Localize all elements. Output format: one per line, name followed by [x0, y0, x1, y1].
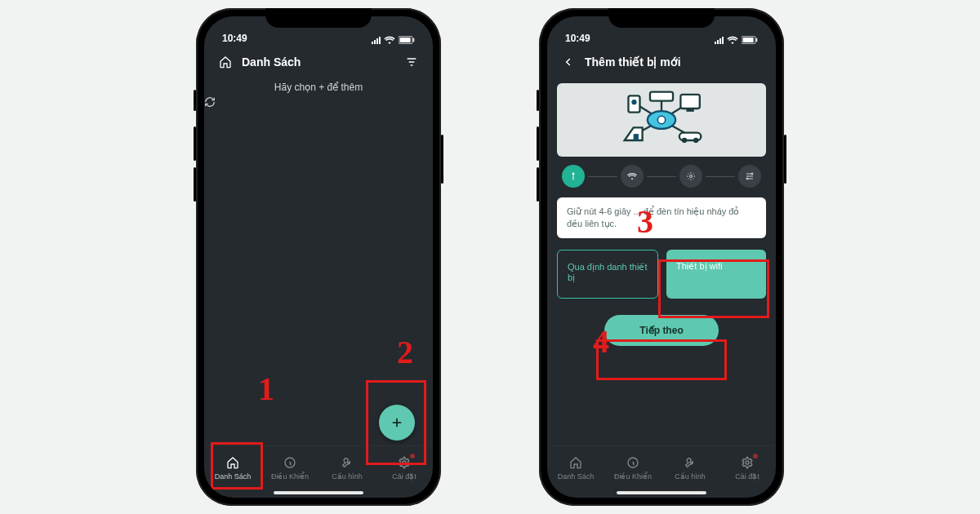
content-area: Giữ nút 4-6 giây ... để đèn tín hiệu nhá… — [547, 78, 776, 445]
tab-label: Danh Sách — [215, 472, 252, 481]
tab-list[interactable]: Danh Sách — [204, 455, 261, 481]
content-area — [204, 108, 433, 445]
add-device-button[interactable] — [379, 405, 415, 441]
svg-rect-13 — [680, 95, 699, 109]
step-1[interactable] — [562, 165, 585, 188]
side-button — [537, 167, 539, 202]
tab-label: Điều Khiển — [271, 472, 309, 481]
tab-label: Điều Khiển — [614, 472, 652, 481]
tab-settings[interactable]: Cài đặt — [376, 455, 433, 481]
notification-dot — [753, 454, 758, 459]
info-icon — [283, 455, 297, 470]
tab-config[interactable]: Cấu hình — [318, 455, 376, 481]
back-icon[interactable] — [560, 54, 577, 70]
svg-rect-15 — [634, 134, 639, 140]
hero-illustration — [557, 83, 766, 157]
app-header: Danh Sách — [204, 46, 433, 78]
choice-label: Qua định danh thiết bị — [568, 262, 648, 283]
page-title: Danh Sách — [242, 55, 301, 69]
tab-label: Cài đặt — [392, 472, 416, 481]
tab-label: Cài đặt — [735, 472, 760, 481]
notification-dot — [410, 454, 415, 459]
home-icon — [225, 455, 240, 470]
tab-config[interactable]: Cấu hình — [662, 455, 719, 481]
side-button — [441, 135, 443, 184]
home-icon — [217, 54, 234, 70]
svg-rect-10 — [650, 92, 673, 101]
home-icon — [568, 455, 583, 470]
tab-bar: Danh Sách Điều Khiển Cấu hình Cài đặt — [204, 445, 433, 498]
home-indicator — [274, 491, 363, 494]
filter-icon[interactable] — [403, 54, 420, 70]
svg-point-9 — [657, 116, 665, 123]
tab-bar: Danh Sách Điều Khiển Cấu hình Cài đặt — [547, 445, 776, 498]
tab-label: Cấu hình — [675, 472, 706, 481]
refresh-icon[interactable] — [204, 96, 433, 108]
choice-wifi-device[interactable]: Thiết bị wifi — [666, 250, 766, 299]
phone-frame-left: 10:49 Danh Sách Hãy chọn + để thêm — [196, 8, 441, 506]
svg-rect-6 — [743, 38, 754, 42]
svg-point-17 — [682, 138, 687, 143]
svg-point-18 — [693, 138, 698, 143]
side-button — [194, 90, 196, 111]
tab-settings[interactable]: Cài đặt — [719, 455, 776, 481]
info-icon — [626, 455, 640, 470]
svg-point-12 — [631, 100, 636, 104]
side-button — [784, 135, 786, 184]
battery-icon — [399, 36, 415, 44]
wifi-icon — [727, 36, 738, 44]
status-right — [372, 36, 415, 44]
status-time: 10:49 — [222, 33, 247, 44]
svg-point-21 — [751, 173, 753, 175]
page-title: Thêm thiết bị mới — [585, 55, 681, 69]
next-label: Tiếp theo — [639, 325, 683, 336]
tab-list[interactable]: Danh Sách — [547, 455, 604, 481]
battery-icon — [742, 36, 758, 44]
side-button — [194, 167, 196, 202]
wrench-icon — [340, 455, 354, 470]
home-indicator — [617, 491, 706, 494]
tab-label: Danh Sách — [558, 472, 595, 481]
signal-icon — [372, 37, 381, 44]
gear-icon — [397, 455, 412, 470]
notch — [608, 8, 715, 28]
device-type-row: Qua định danh thiết bị Thiết bị wifi — [557, 250, 766, 299]
svg-point-19 — [572, 173, 575, 175]
choice-via-id[interactable]: Qua định danh thiết bị — [557, 250, 658, 299]
svg-rect-14 — [686, 109, 693, 112]
svg-point-4 — [403, 461, 406, 464]
side-button — [194, 126, 196, 161]
screen-add-device: 10:49 Thêm thiết bị mới — [547, 16, 776, 498]
svg-point-22 — [746, 178, 748, 179]
status-time: 10:49 — [565, 33, 590, 44]
wifi-icon — [384, 36, 395, 44]
tab-control[interactable]: Điều Khiển — [604, 455, 662, 481]
svg-rect-7 — [756, 38, 758, 42]
step-4[interactable] — [738, 165, 761, 188]
tab-control[interactable]: Điều Khiển — [261, 455, 318, 481]
phone-frame-right: 10:49 Thêm thiết bị mới — [539, 8, 784, 506]
instruction-card: Giữ nút 4-6 giây ... để đèn tín hiệu nhá… — [557, 197, 766, 238]
next-button[interactable]: Tiếp theo — [604, 315, 719, 346]
svg-point-24 — [746, 461, 749, 464]
app-header: Thêm thiết bị mới — [547, 46, 776, 78]
gear-icon — [740, 455, 755, 470]
signal-icon — [715, 37, 724, 44]
notch — [265, 8, 372, 28]
svg-rect-2 — [413, 38, 415, 42]
svg-point-20 — [690, 175, 693, 178]
screen-device-list: 10:49 Danh Sách Hãy chọn + để thêm — [204, 16, 433, 498]
svg-rect-1 — [400, 38, 411, 42]
side-button — [537, 90, 539, 111]
choice-label: Thiết bị wifi — [676, 261, 722, 272]
tab-label: Cấu hình — [332, 472, 363, 481]
status-right — [715, 36, 758, 44]
step-2[interactable] — [621, 165, 644, 188]
step-indicator — [557, 165, 766, 188]
side-button — [537, 126, 539, 161]
wrench-icon — [683, 455, 697, 470]
step-3[interactable] — [679, 165, 702, 188]
empty-hint: Hãy chọn + để thêm — [204, 82, 433, 93]
